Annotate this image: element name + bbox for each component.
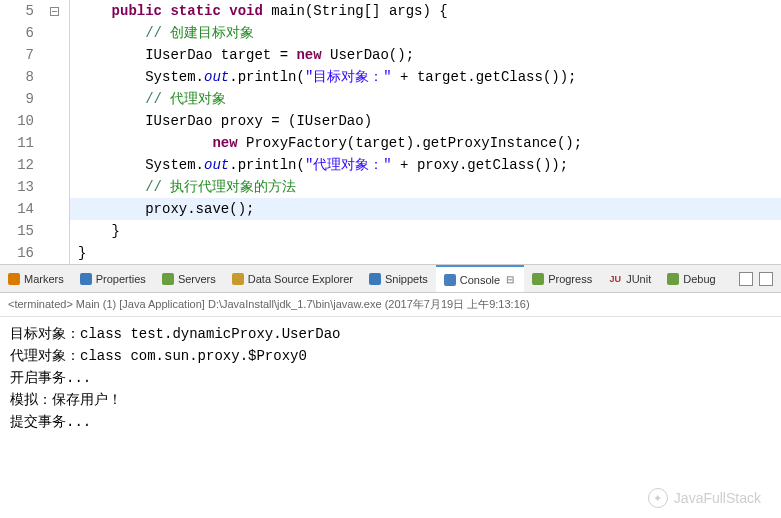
dse-icon — [232, 273, 244, 285]
console-output[interactable]: 目标对象：class test.dynamicProxy.UserDao代理对象… — [0, 317, 781, 439]
code-content[interactable]: proxy.save(); — [70, 198, 254, 220]
tab-label: Servers — [178, 273, 216, 285]
tab-servers[interactable]: Servers — [154, 265, 224, 292]
code-line[interactable]: 8 System.out.println("目标对象：" + target.ge… — [0, 66, 781, 88]
code-content[interactable]: // 创建目标对象 — [70, 22, 254, 44]
code-token: System. — [78, 69, 204, 85]
code-line[interactable]: 7 IUserDao target = new UserDao(); — [0, 44, 781, 66]
terminate-icon[interactable] — [739, 272, 753, 286]
fold-collapse-icon[interactable] — [50, 7, 59, 16]
code-token: out — [204, 69, 229, 85]
watermark-text: JavaFullStack — [674, 490, 761, 506]
code-line[interactable]: 9 // 代理对象 — [0, 88, 781, 110]
code-token: UserDao(); — [322, 47, 414, 63]
code-token — [78, 135, 212, 151]
code-token — [78, 91, 145, 107]
code-line[interactable]: 15 } — [0, 220, 781, 242]
console-line: 代理对象：class com.sun.proxy.$Proxy0 — [10, 345, 771, 367]
code-token: 执行代理对象的方法 — [170, 179, 296, 195]
code-line[interactable]: 14 proxy.save(); — [0, 198, 781, 220]
console-line: 模拟：保存用户！ — [10, 389, 771, 411]
gutter: 15 — [0, 220, 70, 242]
tab-snippets[interactable]: Snippets — [361, 265, 436, 292]
code-content[interactable]: IUserDao proxy = (IUserDao) — [70, 110, 372, 132]
snippets-icon — [369, 273, 381, 285]
code-line[interactable]: 16} — [0, 242, 781, 264]
code-content[interactable]: IUserDao target = new UserDao(); — [70, 44, 414, 66]
code-content[interactable]: System.out.println("代理对象：" + proxy.getCl… — [70, 154, 568, 176]
code-token — [78, 3, 112, 19]
console-line: 目标对象：class test.dynamicProxy.UserDao — [10, 323, 771, 345]
tab-label: JUnit — [626, 273, 651, 285]
code-token: ProxyFactory(target).getProxyInstance(); — [238, 135, 582, 151]
tab-label: Data Source Explorer — [248, 273, 353, 285]
gutter: 14 — [0, 198, 70, 220]
code-line[interactable]: 5 public static void main(String[] args)… — [0, 0, 781, 22]
tab-markers[interactable]: Markers — [0, 265, 72, 292]
line-number: 9 — [0, 88, 40, 110]
code-content[interactable]: new ProxyFactory(target).getProxyInstanc… — [70, 132, 582, 154]
tab-dse[interactable]: Data Source Explorer — [224, 265, 361, 292]
console-icon — [444, 274, 456, 286]
tab-debug[interactable]: Debug — [659, 265, 723, 292]
gutter: 11 — [0, 132, 70, 154]
code-token: } — [78, 245, 86, 261]
line-number: 15 — [0, 220, 40, 242]
code-content[interactable]: public static void main(String[] args) { — [70, 0, 448, 22]
line-number: 14 — [0, 198, 40, 220]
code-token: new — [296, 47, 321, 63]
code-line[interactable]: 6 // 创建目标对象 — [0, 22, 781, 44]
code-token: proxy.save(); — [78, 201, 254, 217]
code-content[interactable]: // 执行代理对象的方法 — [70, 176, 296, 198]
code-token — [221, 3, 229, 19]
code-content[interactable]: } — [70, 242, 86, 264]
tab-progress[interactable]: Progress — [524, 265, 600, 292]
code-editor[interactable]: 5 public static void main(String[] args)… — [0, 0, 781, 265]
gutter: 5 — [0, 0, 70, 22]
tab-console[interactable]: Console⊟ — [436, 265, 524, 292]
gutter: 7 — [0, 44, 70, 66]
code-token: "目标对象：" — [305, 69, 392, 85]
code-token: IUserDao target = — [78, 47, 296, 63]
gutter: 6 — [0, 22, 70, 44]
code-token: // — [145, 25, 170, 41]
code-content[interactable]: } — [70, 220, 120, 242]
console-process-header: <terminated> Main (1) [Java Application]… — [0, 293, 781, 317]
gutter: 10 — [0, 110, 70, 132]
line-number: 11 — [0, 132, 40, 154]
tab-label: Console — [460, 274, 500, 286]
pin-icon[interactable]: ⊟ — [504, 274, 516, 286]
tab-label: Markers — [24, 273, 64, 285]
code-token: void — [229, 3, 263, 19]
views-tab-bar: MarkersPropertiesServersData Source Expl… — [0, 265, 781, 293]
code-token: System. — [78, 157, 204, 173]
gutter: 9 — [0, 88, 70, 110]
servers-icon — [162, 273, 174, 285]
line-number: 7 — [0, 44, 40, 66]
line-number: 6 — [0, 22, 40, 44]
gutter: 16 — [0, 242, 70, 264]
tab-junit[interactable]: JUJUnit — [600, 265, 659, 292]
code-token: // — [145, 179, 170, 195]
tab-label: Properties — [96, 273, 146, 285]
code-content[interactable]: System.out.println("目标对象：" + target.getC… — [70, 66, 577, 88]
tab-label: Snippets — [385, 273, 428, 285]
console-line: 提交事务... — [10, 411, 771, 433]
code-content[interactable]: // 代理对象 — [70, 88, 226, 110]
fold-gutter[interactable] — [40, 7, 68, 16]
code-token: main(String[] args) { — [263, 3, 448, 19]
line-number: 12 — [0, 154, 40, 176]
console-line: 开启事务... — [10, 367, 771, 389]
remove-all-icon[interactable] — [759, 272, 773, 286]
code-token — [78, 179, 145, 195]
watermark: ✦ JavaFullStack — [648, 488, 761, 508]
line-number: 16 — [0, 242, 40, 264]
code-line[interactable]: 12 System.out.println("代理对象：" + proxy.ge… — [0, 154, 781, 176]
tab-properties[interactable]: Properties — [72, 265, 154, 292]
code-line[interactable]: 10 IUserDao proxy = (IUserDao) — [0, 110, 781, 132]
code-line[interactable]: 11 new ProxyFactory(target).getProxyInst… — [0, 132, 781, 154]
code-token: // — [145, 91, 170, 107]
line-number: 10 — [0, 110, 40, 132]
code-line[interactable]: 13 // 执行代理对象的方法 — [0, 176, 781, 198]
code-token: + proxy.getClass()); — [392, 157, 568, 173]
